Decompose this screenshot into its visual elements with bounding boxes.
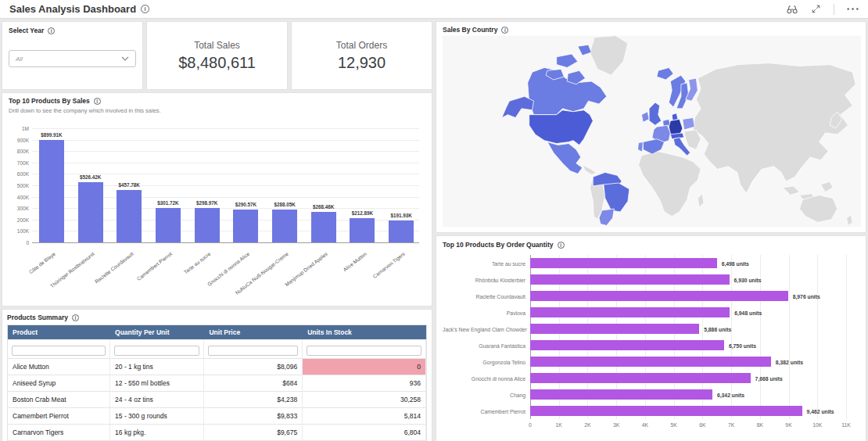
select-year-info-icon[interactable]: i bbox=[48, 27, 55, 34]
column-header-unit-price[interactable]: Unit Price bbox=[204, 325, 303, 339]
filter-input-product[interactable] bbox=[12, 346, 106, 356]
bar-Camembert Pierrot[interactable] bbox=[530, 406, 802, 416]
bar-value-label: 8,976 units bbox=[793, 293, 820, 299]
bar-Tarte au sucre[interactable] bbox=[530, 258, 717, 268]
preview-binoculars-icon[interactable] bbox=[786, 5, 798, 14]
bar-Thüringer Rostbratwurst[interactable] bbox=[78, 182, 103, 242]
bar-Carnarvon Tigers[interactable] bbox=[389, 220, 414, 242]
filter-cell bbox=[303, 339, 426, 359]
bar-value-label: 6,948 units bbox=[734, 310, 762, 315]
bar-Tarte au sucre[interactable] bbox=[195, 208, 220, 242]
cell-unit-price: $684 bbox=[204, 375, 303, 392]
sales-chart-info-icon[interactable]: i bbox=[94, 98, 101, 105]
x-axis-tick: 4K bbox=[642, 422, 648, 428]
bar-value-label: 6,498 units bbox=[722, 260, 749, 266]
cell-units-in-stock: 0 bbox=[303, 359, 426, 375]
bar-Chang[interactable] bbox=[530, 389, 712, 400]
y-axis-tick: 800K bbox=[9, 149, 29, 154]
bar-Camembert Pierrot[interactable] bbox=[156, 208, 181, 242]
bar-NuNuCa Nuß-Nougat-Creme[interactable] bbox=[272, 210, 297, 242]
bar-Manjimup Dried Apples[interactable] bbox=[311, 212, 336, 242]
bar-Pavlova[interactable] bbox=[530, 307, 730, 317]
y-gridline bbox=[32, 163, 419, 163]
left-column: Select Year i All Total Sales $8,480,611… bbox=[2, 21, 432, 441]
map-title: Sales By Country i bbox=[443, 26, 859, 34]
bar-value-label: $268.46K bbox=[313, 204, 334, 210]
y-axis-tick: 300K bbox=[9, 206, 29, 211]
products-summary-info-icon[interactable]: i bbox=[72, 314, 79, 321]
cell-product: Camembert Pierrot bbox=[8, 408, 110, 425]
sales-chart-title: Top 10 Products By Sales i bbox=[9, 97, 425, 105]
x-axis-tick: 5K bbox=[670, 422, 676, 428]
table-row[interactable]: Aniseed Syrup12 - 550 ml bottles$684936 bbox=[8, 375, 426, 392]
bar-value-label: $457.78K bbox=[119, 182, 140, 188]
column-header-product[interactable]: Product bbox=[8, 325, 110, 339]
x-axis-label: Tarte au sucre bbox=[183, 251, 212, 275]
year-dropdown[interactable]: All bbox=[9, 50, 136, 67]
category-label: Pavlova bbox=[443, 310, 525, 315]
category-label: Camembert Pierrot bbox=[443, 408, 525, 414]
dashboard-info-icon[interactable]: i bbox=[141, 5, 149, 13]
x-gridline bbox=[789, 255, 790, 419]
cell-unit-price: $8,096 bbox=[204, 359, 303, 375]
x-gridline bbox=[817, 255, 818, 419]
y-axis-tick: 200K bbox=[9, 217, 29, 222]
table-filter-row bbox=[8, 339, 426, 359]
x-axis-tick: 2K bbox=[584, 422, 590, 428]
category-label: Gorgonzola Telino bbox=[443, 359, 525, 364]
category-label: Gnocchi di nonna Alice bbox=[443, 375, 525, 381]
chevron-down-icon bbox=[121, 56, 129, 61]
y-gridline bbox=[32, 140, 419, 141]
table-row[interactable]: Alice Mutton20 - 1 kg tins$8,0960 bbox=[8, 359, 426, 375]
table-header-row: ProductQuantity Per UnitUnit PriceUnits … bbox=[8, 325, 426, 339]
bar-Gnocchi di nonna Alice[interactable] bbox=[233, 210, 258, 242]
cell-product: Carnarvon Tigers bbox=[8, 425, 110, 441]
top-products-quantity-card: Top 10 Products By Order Quantity i 01K2… bbox=[436, 235, 866, 441]
cell-product: Boston Crab Meat bbox=[8, 392, 110, 408]
x-axis-label: Camembert Pierrot bbox=[136, 251, 174, 281]
x-axis-tick: 9K bbox=[785, 422, 791, 428]
fullscreen-icon[interactable] bbox=[811, 4, 821, 14]
filter-input-units-in-stock[interactable] bbox=[307, 346, 421, 356]
y-axis-tick: 700K bbox=[9, 160, 29, 165]
filter-input-unit-price[interactable] bbox=[208, 346, 298, 356]
table-row[interactable]: Boston Crab Meat24 - 4 oz tins$4,23830,2… bbox=[8, 392, 426, 408]
bar-Alice Mutton[interactable] bbox=[350, 218, 375, 242]
bar-Raclette Courdavault[interactable] bbox=[530, 291, 788, 301]
bar-Raclette Courdavault[interactable] bbox=[117, 190, 142, 242]
bar-value-label: $899.91K bbox=[41, 132, 62, 138]
y-gridline bbox=[32, 151, 419, 152]
x-axis-tick: 8K bbox=[757, 422, 763, 428]
bar-value-label: 6,750 units bbox=[729, 342, 756, 348]
table-row[interactable]: Carnarvon Tigers16 kg pkg.$9,6756,804 bbox=[8, 425, 426, 441]
year-dropdown-value: All bbox=[16, 56, 23, 63]
bar-value-label: $191.93K bbox=[390, 213, 411, 218]
bar-Jack's New England Clam Chowder[interactable] bbox=[530, 324, 699, 334]
x-axis-tick: 7K bbox=[728, 422, 734, 428]
filter-input-quantity-per-unit[interactable] bbox=[114, 346, 199, 356]
bar-Rhönbräu Klosterbier[interactable] bbox=[530, 274, 730, 285]
select-year-title: Select Year i bbox=[9, 27, 136, 34]
total-orders-card: Total Orders 12,930 bbox=[291, 21, 432, 90]
table-row[interactable]: Camembert Pierrot15 - 300 g rounds$9,833… bbox=[8, 408, 426, 425]
column-header-quantity-per-unit[interactable]: Quantity Per Unit bbox=[110, 325, 204, 339]
x-axis-tick: 0 bbox=[529, 422, 532, 428]
y-axis-tick: 900K bbox=[9, 137, 29, 142]
cell-product: Aniseed Syrup bbox=[8, 375, 110, 392]
column-header-units-in-stock[interactable]: Units In Stock bbox=[303, 325, 426, 339]
bar-value-label: $212.89K bbox=[352, 210, 373, 216]
bar-Côte de Blaye[interactable] bbox=[39, 140, 64, 242]
bar-value-label: $526.42K bbox=[80, 174, 101, 180]
x-axis-label: Côte de Blaye bbox=[28, 251, 56, 275]
y-axis-tick: 500K bbox=[9, 183, 29, 188]
world-map[interactable] bbox=[443, 35, 861, 228]
map-info-icon[interactable]: i bbox=[501, 27, 508, 34]
bar-Gnocchi di nonna Alice[interactable] bbox=[530, 373, 751, 383]
x-axis-label: Thüringer Rostbratwurst bbox=[48, 251, 95, 289]
bar-value-label: 5,886 units bbox=[704, 326, 731, 332]
more-options-icon[interactable] bbox=[847, 7, 859, 11]
cell-product: Alice Mutton bbox=[8, 359, 110, 375]
bar-Guaraná Fantástica[interactable] bbox=[530, 340, 724, 350]
quantity-chart-info-icon[interactable]: i bbox=[558, 242, 565, 249]
bar-Gorgonzola Telino[interactable] bbox=[530, 357, 771, 367]
